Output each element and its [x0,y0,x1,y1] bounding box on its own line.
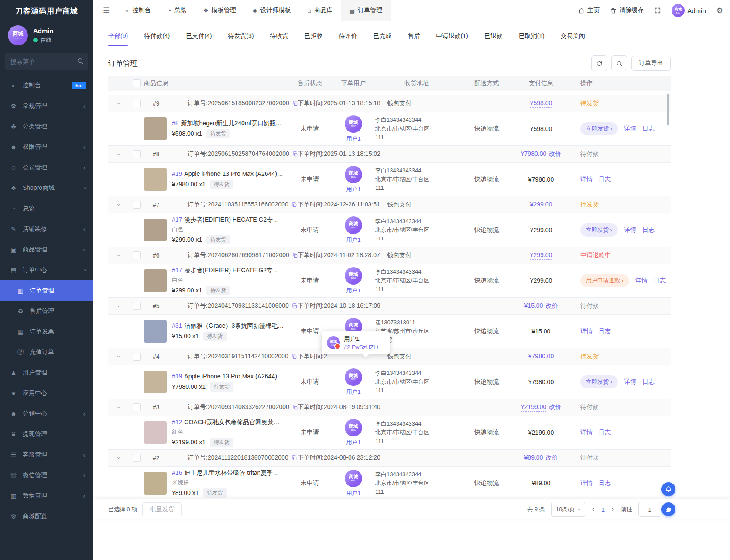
search-input[interactable] [5,53,88,70]
prev-page-button[interactable]: ‹ [591,505,595,513]
product-image[interactable] [144,168,167,191]
topnav-user[interactable]: 商城 · B2C · Admin [672,4,706,17]
product-title[interactable]: #8新加坡hegen新生儿240ml宽口奶瓶PPSU婴儿断奶... [172,120,284,127]
status-tab-4[interactable]: 待收货 [270,21,288,51]
copy-icon[interactable] [291,303,298,309]
refresh-button[interactable] [591,55,607,71]
ship-now-button[interactable]: 立即发货 › [580,223,618,237]
row-checkbox[interactable] [133,150,141,158]
avatar[interactable]: 商城· B2C · [345,267,362,285]
sidebar-item-data[interactable]: ▥数据管理‹ [0,485,93,506]
export-orders-button[interactable]: 订单导出 [631,56,671,71]
gear-icon[interactable]: ⚙ [716,6,723,15]
change-price-link[interactable]: 改价 [545,302,558,310]
sidebar-item-category[interactable]: ☘分类管理 [0,116,93,137]
product-id-link[interactable]: #19 [172,170,182,177]
detail-link[interactable]: 详情 [580,175,593,183]
sidebar-item-member[interactable]: ☺会员管理‹ [0,157,93,178]
copy-icon[interactable] [292,100,298,107]
product-title[interactable]: #12COACH蔻驰女包奢侈品官网奥莱山茶花Parker女士... [172,419,284,426]
sidebar-item-withdraw[interactable]: ¥提现管理 [0,424,93,444]
sidebar-item-service[interactable]: ☰客服管理‹ [0,444,93,465]
sidebar-item-user[interactable]: ♟用户管理 [0,362,93,383]
order-username[interactable]: 用户1 [346,388,360,396]
row-checkbox[interactable] [133,302,141,310]
order-amount[interactable]: ¥598.00 [530,100,552,108]
detail-link[interactable]: 详情 [624,226,636,234]
expand-row-icon[interactable]: › [108,100,129,107]
sidebar-item-general[interactable]: ⚙常规管理‹ [0,96,93,116]
sidebar-item-wechat[interactable]: ☏微信管理‹ [0,465,93,485]
row-checkbox[interactable] [133,353,141,361]
sidebar-item-config[interactable]: ⚙商城配置 [0,506,93,526]
copy-icon[interactable] [291,455,297,461]
product-id-link[interactable]: #17 [172,216,182,223]
status-tab-7[interactable]: 已完成 [374,21,392,51]
change-price-link[interactable]: 改价 [549,150,561,158]
product-title[interactable]: #17漫步者(EDIFIER) HECATE G2专业版 USB7.1声道 ..… [172,267,284,275]
topnav-tab-order-manage[interactable]: ▤订单管理 [341,0,391,21]
product-image[interactable] [144,472,167,495]
product-id-link[interactable]: #17 [172,267,182,274]
row-checkbox[interactable] [133,201,141,209]
notification-float-button[interactable] [661,482,675,496]
status-tab-5[interactable]: 已拒收 [305,21,323,51]
expand-row-icon[interactable]: › [108,354,129,360]
avatar[interactable]: 商城· B2C · [345,470,362,487]
product-id-link[interactable]: #19 [172,373,182,380]
detail-link[interactable]: 详情 [635,277,648,285]
select-all-checkbox[interactable] [133,79,141,87]
log-link[interactable]: 日志 [599,479,611,487]
status-tab-8[interactable]: 售后 [408,21,420,51]
chat-float-button[interactable] [661,502,675,516]
topnav-tab-dashboard[interactable]: ◐控制台 [117,0,159,21]
user-refund-button[interactable]: 用户申请退款 › [580,274,629,287]
copy-icon[interactable] [292,151,298,157]
log-link[interactable]: 日志 [599,429,611,436]
detail-link[interactable]: 详情 [580,429,593,436]
sidebar-item-aftersale[interactable]: ♻售后管理 [0,301,93,321]
search-icon[interactable] [77,58,84,66]
log-link[interactable]: 日志 [599,175,611,183]
log-link[interactable]: 日志 [642,378,655,386]
expand-row-icon[interactable]: › [108,404,129,411]
status-tab-12[interactable]: 交易关闭 [561,21,585,51]
hamburger-icon[interactable]: ☰ [99,6,113,15]
expand-row-icon[interactable]: › [108,202,129,208]
product-title[interactable]: #17漫步者(EDIFIER) HECATE G2专业版 USB7.1声道 ..… [172,216,284,224]
sidebar-item-distribution[interactable]: ☻分销中心‹ [0,403,93,424]
order-username[interactable]: 用户1 [346,287,360,295]
batch-ship-button[interactable]: 批量发货 [142,502,182,516]
order-amount[interactable]: ¥7980.00 [521,150,546,158]
vertical-scrollbar[interactable] [667,94,669,125]
sidebar-item-invoice[interactable]: ▦订单发票 [0,321,93,342]
sidebar-item-shopro[interactable]: ❖Shopro商城‹ [0,178,93,198]
sidebar-item-recharge[interactable]: Ⓟ充值订单 [0,342,93,362]
ship-now-button[interactable]: 立即发货 › [580,122,618,135]
product-image[interactable] [144,117,167,140]
sidebar-item-order-center[interactable]: ▤订单中心‹ [0,260,93,280]
topnav-tab-template[interactable]: ❖模板管理 [195,0,244,21]
sidebar-item-overview[interactable]: ◔总览 [0,198,93,219]
product-id-link[interactable]: #12 [172,419,182,426]
topnav-tab-designer[interactable]: ◈设计师模板 [244,0,299,21]
order-amount[interactable]: ¥299.00 [530,251,552,260]
clear-cache-button[interactable]: 清除缓存 [610,7,644,14]
order-username[interactable]: 用户1 [346,439,360,447]
sidebar-item-dashboard[interactable]: ◐控制台hot [0,75,93,96]
sidebar-item-auth[interactable]: ☻权限管理‹ [0,137,93,157]
order-username[interactable]: 用户1 [346,186,360,193]
avatar[interactable]: 商城· B2C · [345,368,362,386]
topnav-tab-overview[interactable]: ◔总览 [159,0,195,21]
row-checkbox[interactable] [133,100,141,107]
expand-row-icon[interactable]: › [108,303,129,309]
sidebar-item-decoration[interactable]: ✎店铺装修‹ [0,219,93,239]
search-toggle-button[interactable] [611,55,627,71]
profile[interactable]: 商城 · B2C · Admin 在线 [0,21,93,49]
goto-page-input[interactable] [638,502,661,517]
sidebar-item-order-manage[interactable]: ▥订单管理 [0,280,93,301]
order-username[interactable]: 用户1 [346,489,360,497]
order-amount[interactable]: ¥15.00 [524,302,543,310]
log-link[interactable]: 日志 [654,277,666,285]
status-tab-1[interactable]: 待付款(4) [144,21,170,51]
